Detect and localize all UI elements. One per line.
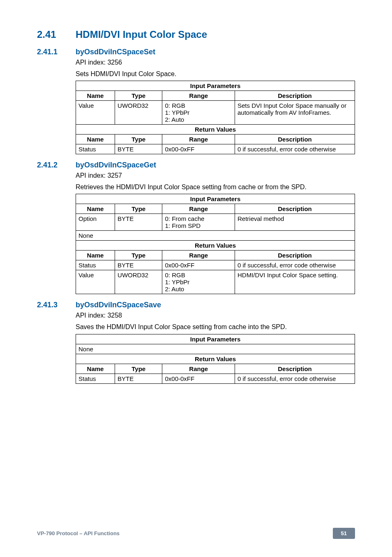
api-description: Retrieves the HDMI/DVI Input Color Space… <box>76 183 355 192</box>
cell-type: BYTE <box>115 144 162 154</box>
col-type: Type <box>115 91 162 101</box>
cell-range: 0: RGB1: YPbPr2: Auto <box>162 101 235 125</box>
cell-name: Status <box>76 374 115 383</box>
cell-none: None <box>76 231 355 241</box>
page: 2.41 HDMI/DVI Input Color Space 2.41.1 b… <box>0 0 392 557</box>
table-row: Status BYTE 0x00-0xFF 0 if successful, e… <box>76 374 355 383</box>
cell-name: Status <box>76 260 115 270</box>
col-name: Name <box>76 204 115 214</box>
col-name: Name <box>76 135 115 144</box>
col-desc: Description <box>235 204 355 214</box>
subsection-heading: 2.41.1 byOsdDviInCSpaceSet <box>37 48 355 56</box>
cell-name: Option <box>76 214 115 231</box>
subsection-number: 2.41.1 <box>37 48 76 56</box>
cell-range: 0: RGB1: YPbPr2: Auto <box>162 270 235 294</box>
col-name: Name <box>76 364 115 374</box>
page-footer: VP-790 Protocol – API Functions 51 <box>37 528 355 539</box>
subsection-heading: 2.41.2 byOsdDviInCSpaceGet <box>37 161 355 169</box>
cell-type: UWORD32 <box>115 270 162 294</box>
cell-range: 0x00-0xFF <box>162 260 235 270</box>
cell-range: 0x00-0xFF <box>162 374 235 383</box>
col-range: Range <box>162 251 235 260</box>
cell-desc: 0 if successful, error code otherwise <box>235 374 355 383</box>
api-index: API index: 3256 <box>76 58 355 67</box>
input-parameters-header: Input Parameters <box>76 194 355 204</box>
page-number: 51 <box>333 528 355 539</box>
api-index: API index: 3257 <box>76 171 355 180</box>
col-type: Type <box>115 135 162 144</box>
api-table: Input Parameters None Return Values Name… <box>76 334 355 384</box>
subsection-title: byOsdDviInCSpaceSet <box>76 48 155 56</box>
cell-desc: 0 if successful, error code otherwise <box>235 144 355 154</box>
table-row: Status BYTE 0x00-0xFF 0 if successful, e… <box>76 144 355 154</box>
col-type: Type <box>115 204 162 214</box>
cell-type: BYTE <box>115 260 162 270</box>
subsection-body: API index: 3257 Retrieves the HDMI/DVI I… <box>76 171 355 294</box>
section-number: 2.41 <box>37 29 76 40</box>
input-parameters-header: Input Parameters <box>76 334 355 344</box>
cell-name: Value <box>76 101 115 125</box>
col-desc: Description <box>235 251 355 260</box>
subsection-body: API index: 3256 Sets HDMI/DVI Input Colo… <box>76 58 355 154</box>
table-row: Value UWORD32 0: RGB1: YPbPr2: Auto Sets… <box>76 101 355 125</box>
api-description: Saves the HDMI/DVI Input Color Space set… <box>76 323 355 332</box>
subsection-title: byOsdDviInCSpaceSave <box>76 301 161 309</box>
subsection-number: 2.41.3 <box>37 301 76 309</box>
col-desc: Description <box>235 135 355 144</box>
cell-type: BYTE <box>115 374 162 383</box>
col-desc: Description <box>235 364 355 374</box>
api-description: Sets HDMI/DVI Input Color Space. <box>76 70 355 79</box>
api-table: Input Parameters Name Type Range Descrip… <box>76 81 355 154</box>
cell-range: 0x00-0xFF <box>162 144 235 154</box>
col-range: Range <box>162 364 235 374</box>
cell-desc: Retrieval method <box>235 214 355 231</box>
return-values-header: Return Values <box>76 125 355 135</box>
cell-type: BYTE <box>115 214 162 231</box>
table-row: Status BYTE 0x00-0xFF 0 if successful, e… <box>76 260 355 270</box>
col-name: Name <box>76 251 115 260</box>
subsection-heading: 2.41.3 byOsdDviInCSpaceSave <box>37 301 355 309</box>
col-range: Range <box>162 135 235 144</box>
table-row: Option BYTE 0: From cache1: From SPD Ret… <box>76 214 355 231</box>
section-heading: 2.41 HDMI/DVI Input Color Space <box>37 29 355 40</box>
col-range: Range <box>162 204 235 214</box>
col-type: Type <box>115 251 162 260</box>
cell-range: 0: From cache1: From SPD <box>162 214 235 231</box>
table-row: None <box>76 344 355 354</box>
subsection-number: 2.41.2 <box>37 161 76 169</box>
cell-name: Status <box>76 144 115 154</box>
cell-type: UWORD32 <box>115 101 162 125</box>
table-row: None <box>76 231 355 241</box>
table-row: Value UWORD32 0: RGB1: YPbPr2: Auto HDMI… <box>76 270 355 294</box>
col-desc: Description <box>235 91 355 101</box>
input-parameters-header: Input Parameters <box>76 81 355 91</box>
cell-none: None <box>76 344 355 354</box>
col-name: Name <box>76 91 115 101</box>
cell-desc: 0 if successful, error code otherwise <box>235 260 355 270</box>
col-range: Range <box>162 91 235 101</box>
cell-desc: HDMI/DVI Input Color Space setting. <box>235 270 355 294</box>
cell-desc: Sets DVI Input Color Space manually or a… <box>235 101 355 125</box>
footer-title: VP-790 Protocol – API Functions <box>37 530 120 536</box>
api-table: Input Parameters Name Type Range Descrip… <box>76 194 355 294</box>
section-title: HDMI/DVI Input Color Space <box>76 29 207 40</box>
col-type: Type <box>115 364 162 374</box>
api-index: API index: 3258 <box>76 311 355 320</box>
subsection-body: API index: 3258 Saves the HDMI/DVI Input… <box>76 311 355 383</box>
subsection-title: byOsdDviInCSpaceGet <box>76 161 156 169</box>
return-values-header: Return Values <box>76 241 355 251</box>
cell-name: Value <box>76 270 115 294</box>
return-values-header: Return Values <box>76 354 355 364</box>
